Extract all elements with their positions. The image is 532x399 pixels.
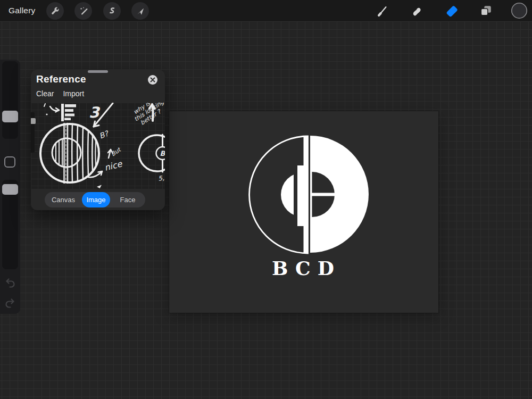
gallery-button[interactable]: Gallery [9,0,36,21]
sketch-nice: nice [103,159,123,173]
panel-close-button[interactable] [148,75,157,85]
clear-button[interactable]: Clear [36,89,54,98]
panel-actions: Clear Import [36,89,84,98]
wrench-icon [50,6,60,16]
tab-face[interactable]: Face [110,192,145,207]
brush-sidebar [0,60,20,314]
drawing-canvas[interactable]: BCD [169,111,438,313]
smudge-finger-icon [410,4,423,18]
selection-button[interactable] [103,2,121,20]
undo-icon [4,281,16,290]
paintbrush-icon [375,4,389,18]
eraser-icon [444,3,460,19]
sketch-number: 3 [89,104,101,121]
logo-wordmark: BCD [272,257,341,279]
brush-size-handle[interactable] [2,111,18,122]
erase-tool-button[interactable] [443,2,461,20]
reference-source-tabs: Canvas Image Face [45,192,145,207]
tab-canvas[interactable]: Canvas [45,192,82,207]
layers-icon [479,4,493,18]
magic-wand-icon [78,6,88,16]
smudge-tool-button[interactable] [408,2,426,20]
panel-title: Reference [36,73,86,85]
redo-icon [4,302,16,311]
undo-button[interactable] [4,276,16,289]
import-button[interactable]: Import [63,89,84,98]
tab-image[interactable]: Image [82,192,110,207]
adjustments-button[interactable] [74,2,92,20]
bcd-logo-artwork: BCD [169,111,438,313]
actions-button[interactable] [46,2,64,20]
paint-tool-button[interactable] [373,2,391,20]
sketch-five: 5, [157,174,164,182]
redo-button[interactable] [4,296,16,309]
reference-image[interactable]: 3 why is this looking better ? B? But ni… [31,103,165,189]
modify-button[interactable] [4,156,15,168]
sketch-but: But [110,146,122,157]
reference-sketch: 3 why is this looking better ? B? But ni… [31,103,165,189]
logo-left-slot [294,172,297,218]
color-button[interactable] [511,2,528,19]
sketch-b-question: B? [98,129,110,140]
sketch-b-center: B [160,149,165,157]
close-icon [150,75,155,85]
selection-s-icon [107,6,117,16]
top-toolbar: Gallery [0,0,532,21]
sketch-sidebar-handle [31,118,36,124]
color-swatch-icon [511,2,528,19]
panel-drag-handle[interactable] [88,70,108,73]
logo-divider-band [311,193,336,196]
move-arrow-icon [135,6,145,16]
reference-panel-body: Reference Clear Import [31,70,165,210]
brush-size-slider[interactable] [2,61,18,139]
layers-button[interactable] [477,2,495,20]
reference-panel[interactable]: Reference Clear Import [31,70,165,210]
opacity-handle[interactable] [2,184,18,195]
transform-button[interactable] [131,2,149,20]
